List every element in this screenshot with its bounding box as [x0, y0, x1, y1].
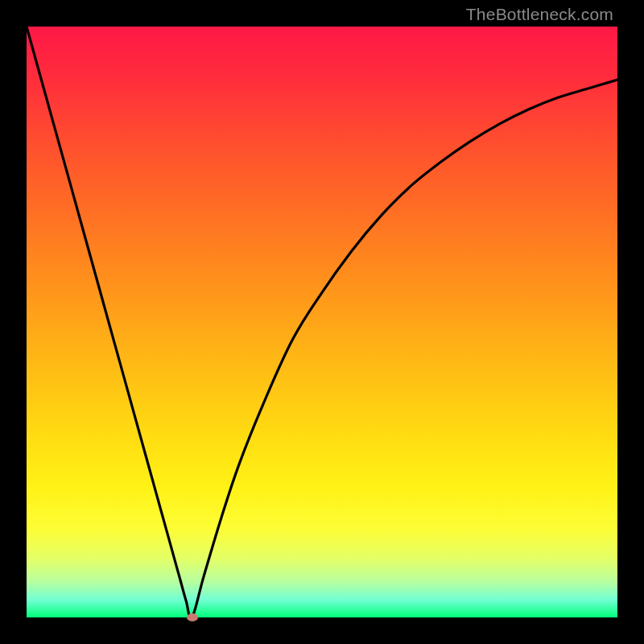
watermark-text: TheBottleneck.com [466, 5, 613, 24]
bottleneck-curve [27, 27, 617, 617]
chart-frame: TheBottleneck.com [0, 0, 644, 644]
curve-svg [27, 27, 617, 617]
plot-area [27, 27, 617, 617]
optimum-marker [187, 613, 198, 621]
